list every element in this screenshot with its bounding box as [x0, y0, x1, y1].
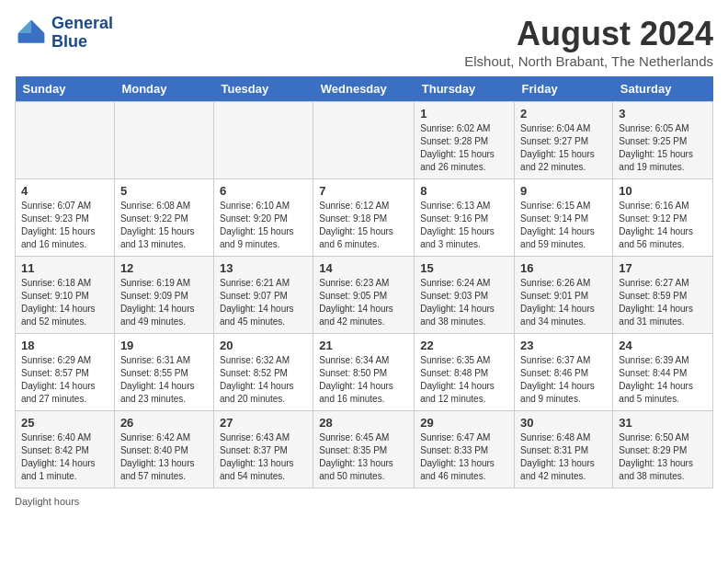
- header-sunday: Sunday: [16, 76, 115, 102]
- logo-text: General Blue: [51, 15, 113, 52]
- calendar-cell: 10Sunrise: 6:16 AM Sunset: 9:12 PM Dayli…: [613, 179, 713, 257]
- day-info: Sunrise: 6:35 AM Sunset: 8:48 PM Dayligh…: [420, 354, 508, 406]
- day-number: 1: [420, 107, 508, 121]
- calendar-cell: 17Sunrise: 6:27 AM Sunset: 8:59 PM Dayli…: [613, 257, 713, 334]
- page-subtitle: Elshout, North Brabant, The Netherlands: [464, 53, 713, 69]
- header-thursday: Thursday: [415, 76, 515, 102]
- calendar-cell: 19Sunrise: 6:31 AM Sunset: 8:55 PM Dayli…: [114, 334, 213, 411]
- calendar-cell: 24Sunrise: 6:39 AM Sunset: 8:44 PM Dayli…: [613, 334, 713, 411]
- calendar-cell: 6Sunrise: 6:10 AM Sunset: 9:20 PM Daylig…: [213, 179, 313, 257]
- day-info: Sunrise: 6:12 AM Sunset: 9:18 PM Dayligh…: [319, 200, 408, 251]
- day-info: Sunrise: 6:32 AM Sunset: 8:52 PM Dayligh…: [220, 354, 307, 406]
- calendar-cell: 31Sunrise: 6:50 AM Sunset: 8:29 PM Dayli…: [613, 411, 713, 488]
- day-info: Sunrise: 6:47 AM Sunset: 8:33 PM Dayligh…: [420, 431, 508, 483]
- day-info: Sunrise: 6:05 AM Sunset: 9:25 PM Dayligh…: [619, 122, 707, 174]
- day-number: 25: [21, 416, 108, 430]
- calendar-cell: 23Sunrise: 6:37 AM Sunset: 8:46 PM Dayli…: [515, 334, 613, 411]
- day-info: Sunrise: 6:42 AM Sunset: 8:40 PM Dayligh…: [120, 431, 208, 483]
- day-number: 29: [420, 416, 508, 430]
- day-number: 6: [220, 184, 307, 198]
- day-info: Sunrise: 6:50 AM Sunset: 8:29 PM Dayligh…: [619, 431, 707, 483]
- day-number: 3: [619, 107, 707, 121]
- logo-icon: [15, 17, 48, 50]
- header-saturday: Saturday: [613, 76, 713, 102]
- calendar-cell: 16Sunrise: 6:26 AM Sunset: 9:01 PM Dayli…: [515, 257, 613, 334]
- day-info: Sunrise: 6:08 AM Sunset: 9:22 PM Dayligh…: [120, 200, 208, 251]
- day-number: 23: [520, 339, 607, 352]
- calendar-week-row: 18Sunrise: 6:29 AM Sunset: 8:57 PM Dayli…: [16, 334, 713, 411]
- page-header: General Blue August 2024 Elshout, North …: [15, 15, 713, 69]
- day-number: 5: [120, 184, 208, 198]
- day-info: Sunrise: 6:13 AM Sunset: 9:16 PM Dayligh…: [420, 200, 508, 251]
- calendar-cell: 26Sunrise: 6:42 AM Sunset: 8:40 PM Dayli…: [114, 411, 213, 488]
- header-tuesday: Tuesday: [213, 76, 313, 102]
- day-info: Sunrise: 6:02 AM Sunset: 9:28 PM Dayligh…: [420, 122, 508, 174]
- day-number: 9: [520, 184, 607, 198]
- day-info: Sunrise: 6:31 AM Sunset: 8:55 PM Dayligh…: [120, 354, 208, 406]
- day-number: 12: [120, 261, 208, 275]
- calendar-cell: 15Sunrise: 6:24 AM Sunset: 9:03 PM Dayli…: [415, 257, 515, 334]
- calendar-cell: 20Sunrise: 6:32 AM Sunset: 8:52 PM Dayli…: [213, 334, 313, 411]
- calendar-cell: 18Sunrise: 6:29 AM Sunset: 8:57 PM Dayli…: [16, 334, 115, 411]
- day-info: Sunrise: 6:37 AM Sunset: 8:46 PM Dayligh…: [520, 354, 607, 406]
- calendar-cell: 25Sunrise: 6:40 AM Sunset: 8:42 PM Dayli…: [16, 411, 115, 488]
- page-title: August 2024: [464, 15, 713, 53]
- calendar-cell: 11Sunrise: 6:18 AM Sunset: 9:10 PM Dayli…: [16, 257, 115, 334]
- day-number: 20: [220, 339, 307, 352]
- day-number: 11: [21, 261, 108, 275]
- day-info: Sunrise: 6:48 AM Sunset: 8:31 PM Dayligh…: [520, 431, 607, 483]
- day-number: 31: [619, 416, 707, 430]
- day-number: 13: [220, 261, 307, 275]
- day-info: Sunrise: 6:40 AM Sunset: 8:42 PM Dayligh…: [21, 431, 108, 483]
- calendar-cell: 29Sunrise: 6:47 AM Sunset: 8:33 PM Dayli…: [415, 411, 515, 488]
- day-info: Sunrise: 6:26 AM Sunset: 9:01 PM Dayligh…: [520, 277, 607, 328]
- svg-marker-0: [31, 19, 44, 32]
- calendar-cell: 28Sunrise: 6:45 AM Sunset: 8:35 PM Dayli…: [313, 411, 415, 488]
- day-info: Sunrise: 6:29 AM Sunset: 8:57 PM Dayligh…: [21, 354, 108, 406]
- calendar-week-row: 1Sunrise: 6:02 AM Sunset: 9:28 PM Daylig…: [16, 102, 713, 179]
- day-info: Sunrise: 6:27 AM Sunset: 8:59 PM Dayligh…: [619, 277, 707, 328]
- day-number: 18: [21, 339, 108, 352]
- day-number: 19: [120, 339, 208, 352]
- calendar-cell: 1Sunrise: 6:02 AM Sunset: 9:28 PM Daylig…: [415, 102, 515, 179]
- day-info: Sunrise: 6:16 AM Sunset: 9:12 PM Dayligh…: [619, 200, 707, 251]
- daylight-label: Daylight hours: [15, 496, 79, 507]
- calendar-cell: [16, 102, 115, 179]
- day-number: 26: [120, 416, 208, 430]
- svg-marker-1: [18, 19, 31, 32]
- calendar-cell: 9Sunrise: 6:15 AM Sunset: 9:14 PM Daylig…: [515, 179, 613, 257]
- day-info: Sunrise: 6:18 AM Sunset: 9:10 PM Dayligh…: [21, 277, 108, 328]
- calendar-cell: 27Sunrise: 6:43 AM Sunset: 8:37 PM Dayli…: [213, 411, 313, 488]
- day-info: Sunrise: 6:21 AM Sunset: 9:07 PM Dayligh…: [220, 277, 307, 328]
- day-number: 30: [520, 416, 607, 430]
- svg-rect-2: [18, 33, 45, 43]
- calendar-cell: 5Sunrise: 6:08 AM Sunset: 9:22 PM Daylig…: [114, 179, 213, 257]
- calendar-cell: [213, 102, 313, 179]
- legend: Daylight hours: [15, 496, 713, 507]
- calendar-cell: [313, 102, 415, 179]
- day-info: Sunrise: 6:07 AM Sunset: 9:23 PM Dayligh…: [21, 200, 108, 251]
- day-info: Sunrise: 6:04 AM Sunset: 9:27 PM Dayligh…: [520, 122, 607, 174]
- calendar-cell: 2Sunrise: 6:04 AM Sunset: 9:27 PM Daylig…: [515, 102, 613, 179]
- calendar-cell: 12Sunrise: 6:19 AM Sunset: 9:09 PM Dayli…: [114, 257, 213, 334]
- day-number: 24: [619, 339, 707, 352]
- calendar-week-row: 4Sunrise: 6:07 AM Sunset: 9:23 PM Daylig…: [16, 179, 713, 257]
- calendar-cell: 3Sunrise: 6:05 AM Sunset: 9:25 PM Daylig…: [613, 102, 713, 179]
- calendar-cell: 7Sunrise: 6:12 AM Sunset: 9:18 PM Daylig…: [313, 179, 415, 257]
- day-number: 10: [619, 184, 707, 198]
- day-info: Sunrise: 6:39 AM Sunset: 8:44 PM Dayligh…: [619, 354, 707, 406]
- calendar-cell: 8Sunrise: 6:13 AM Sunset: 9:16 PM Daylig…: [415, 179, 515, 257]
- calendar-week-row: 11Sunrise: 6:18 AM Sunset: 9:10 PM Dayli…: [16, 257, 713, 334]
- day-number: 4: [21, 184, 108, 198]
- day-info: Sunrise: 6:15 AM Sunset: 9:14 PM Dayligh…: [520, 200, 607, 251]
- day-info: Sunrise: 6:19 AM Sunset: 9:09 PM Dayligh…: [120, 277, 208, 328]
- day-number: 17: [619, 261, 707, 275]
- calendar-week-row: 25Sunrise: 6:40 AM Sunset: 8:42 PM Dayli…: [16, 411, 713, 488]
- day-number: 21: [319, 339, 408, 352]
- calendar-cell: [114, 102, 213, 179]
- header-monday: Monday: [114, 76, 213, 102]
- day-info: Sunrise: 6:45 AM Sunset: 8:35 PM Dayligh…: [319, 431, 408, 483]
- header-friday: Friday: [515, 76, 613, 102]
- day-number: 15: [420, 261, 508, 275]
- day-number: 2: [520, 107, 607, 121]
